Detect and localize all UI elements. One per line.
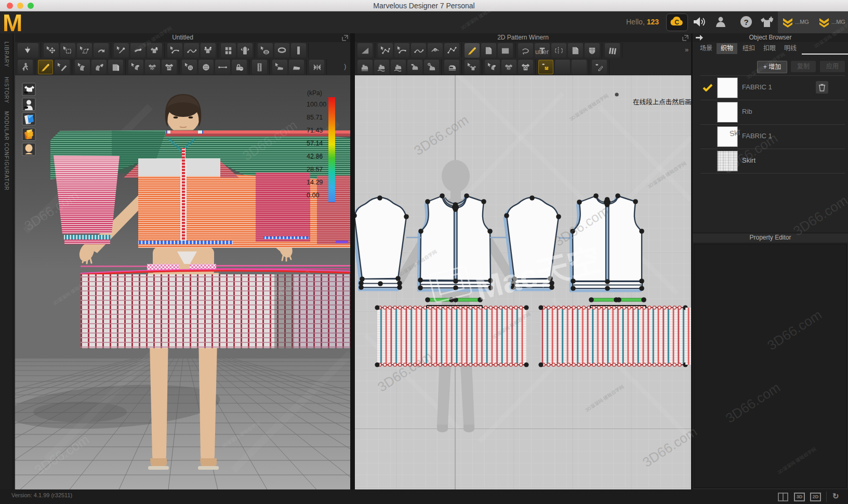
svg-text:42.86: 42.86 xyxy=(307,153,323,160)
svg-text:0.00: 0.00 xyxy=(307,192,319,199)
svg-text:57.14: 57.14 xyxy=(307,140,323,147)
svg-text:28.57: 28.57 xyxy=(307,166,323,173)
svg-text:85.71: 85.71 xyxy=(307,114,323,121)
svg-text:?: ? xyxy=(744,18,748,26)
svg-text:(kPa): (kPa) xyxy=(307,89,322,97)
svg-text:在线段上点击然后画出基: 在线段上点击然后画出基 xyxy=(633,98,691,106)
svg-text:C: C xyxy=(674,19,679,26)
svg-text:100.00: 100.00 xyxy=(307,101,326,108)
svg-text:71.43: 71.43 xyxy=(307,127,323,134)
svg-text:14.29: 14.29 xyxy=(307,179,323,186)
